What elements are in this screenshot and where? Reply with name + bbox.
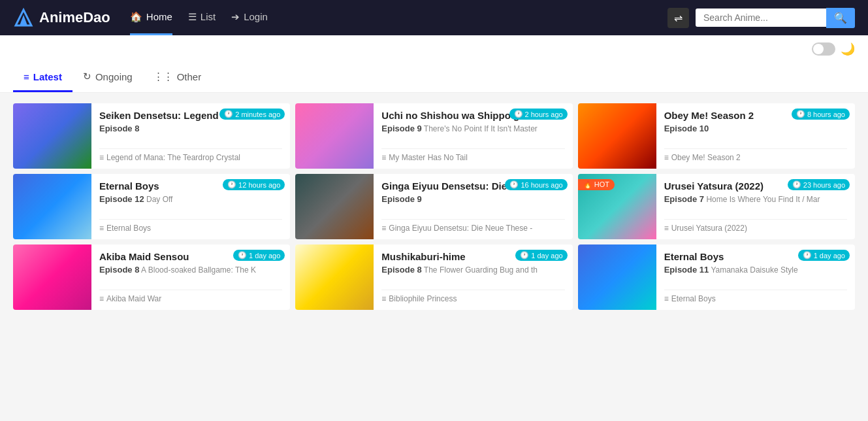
card-series: ≡ Ginga Eiyuu Densetsu: Die Neue These -	[381, 219, 564, 233]
episode-label: Episode 9	[381, 124, 421, 133]
search-button[interactable]: 🔍	[826, 8, 855, 28]
tab-ongoing[interactable]: ↻ Ongoing	[72, 63, 143, 92]
card-thumbnail	[295, 244, 374, 310]
series-name: Eternal Boys	[106, 224, 151, 233]
card-thumbnail	[295, 103, 374, 169]
card-item-8[interactable]: 🕐 1 day ago Mushikaburi-hime Episode 8 T…	[295, 244, 572, 310]
card-series: ≡ My Master Has No Tail	[381, 148, 564, 162]
time-text: 1 day ago	[249, 252, 280, 260]
series-icon: ≡	[381, 224, 386, 233]
time-text: 8 hours ago	[807, 110, 845, 118]
tabs-bar: ≡ Latest ↻ Ongoing ⋮⋮ Other	[0, 63, 868, 93]
series-icon: ≡	[664, 153, 669, 162]
hot-badge: 🔥 HOT	[578, 179, 615, 190]
time-text: 23 hours ago	[803, 181, 845, 189]
card-series: ≡ Bibliophile Princess	[381, 290, 564, 303]
shuffle-button[interactable]: ⇌	[667, 8, 689, 28]
series-name: Akiba Maid War	[106, 294, 161, 303]
time-badge: 🕐 1 day ago	[798, 250, 850, 261]
card-episode: Episode 10	[664, 124, 847, 133]
card-episode-sub: The Flower Guarding Bug and th	[422, 265, 538, 275]
search-input[interactable]	[696, 8, 826, 27]
time-badge: 🕐 1 day ago	[515, 250, 567, 261]
card-thumbnail	[13, 174, 91, 239]
time-text: 12 hours ago	[238, 181, 280, 189]
series-icon: ≡	[381, 294, 386, 303]
time-badge: 🕐 16 hours ago	[505, 179, 567, 190]
series-name: Urusei Yatsura (2022)	[671, 224, 747, 233]
moon-icon: 🌙	[841, 42, 855, 56]
site-logo[interactable]: AnimeDao	[13, 7, 110, 28]
card-item-6[interactable]: 🔥 HOT 🕐 23 hours ago Urusei Yatsura (202…	[578, 174, 855, 239]
series-icon: ≡	[99, 224, 104, 233]
logo-text: AnimeDao	[39, 9, 110, 26]
time-badge: 🕐 23 hours ago	[788, 179, 850, 190]
time-badge: 🕐 2 minutes ago	[219, 109, 285, 120]
card-body: 🕐 1 day ago Akiba Maid Sensou Episode 8 …	[91, 244, 290, 310]
header-right: ⇌ 🔍	[667, 8, 855, 28]
time-text: 2 hours ago	[525, 110, 563, 118]
list-icon: ☰	[188, 11, 197, 23]
series-name: Legend of Mana: The Teardrop Crystal	[106, 153, 240, 162]
card-episode: Episode 8	[99, 124, 282, 133]
card-series: ≡ Eternal Boys	[99, 219, 282, 233]
series-icon: ≡	[381, 153, 386, 162]
time-text: 16 hours ago	[521, 181, 562, 189]
card-thumbnail	[13, 103, 91, 169]
tab-latest[interactable]: ≡ Latest	[13, 63, 72, 92]
card-body: 🕐 1 day ago Mushikaburi-hime Episode 8 T…	[374, 244, 572, 310]
card-thumbnail	[295, 174, 374, 239]
nav-list[interactable]: ☰ List	[188, 1, 216, 35]
logo-icon	[13, 7, 34, 28]
card-thumbnail	[578, 103, 656, 169]
card-item-3[interactable]: 🕐 8 hours ago Obey Me! Season 2 Episode …	[578, 103, 855, 169]
card-thumbnail	[578, 244, 656, 310]
card-body: 🕐 8 hours ago Obey Me! Season 2 Episode …	[656, 103, 855, 169]
clock-icon: 🕐	[796, 110, 805, 118]
card-series: ≡ Legend of Mana: The Teardrop Crystal	[99, 148, 282, 162]
nav-login[interactable]: ➔ Login	[231, 1, 268, 35]
time-text: 1 day ago	[531, 252, 562, 260]
series-name: Obey Me! Season 2	[671, 153, 741, 162]
cards-grid: 🕐 2 minutes ago Seiken Densetsu: Legend …	[13, 103, 855, 310]
episode-label: Episode 12	[99, 194, 144, 204]
episode-label: Episode 9	[381, 194, 421, 204]
clock-icon: 🕐	[227, 180, 236, 189]
episode-label: Episode 11	[664, 265, 709, 275]
episode-label: Episode 8	[381, 265, 421, 275]
card-item-2[interactable]: 🕐 2 hours ago Uchi no Shishou wa Shippo …	[295, 103, 572, 169]
search-container: 🔍	[696, 8, 855, 28]
series-name: Ginga Eiyuu Densetsu: Die Neue These -	[389, 224, 532, 233]
card-item-1[interactable]: 🕐 2 minutes ago Seiken Densetsu: Legend …	[13, 103, 290, 169]
home-icon: 🏠	[130, 11, 142, 23]
card-episode-sub: Home Is Where You Find It / Mar	[704, 195, 820, 204]
card-series: ≡ Akiba Maid War	[99, 290, 282, 303]
clock-icon: 🕐	[792, 180, 801, 189]
series-icon: ≡	[664, 224, 669, 233]
card-item-4[interactable]: 🕐 12 hours ago Eternal Boys Episode 12 D…	[13, 174, 290, 239]
ongoing-icon: ↻	[83, 71, 91, 82]
tab-other[interactable]: ⋮⋮ Other	[143, 63, 212, 92]
toggle-knob	[813, 44, 824, 54]
card-episode: Episode 7 Home Is Where You Find It / Ma…	[664, 194, 847, 204]
card-item-9[interactable]: 🕐 1 day ago Eternal Boys Episode 11 Yama…	[578, 244, 855, 310]
clock-icon: 🕐	[238, 251, 247, 260]
episode-label: Episode 8	[99, 124, 139, 133]
time-badge: 🕐 8 hours ago	[792, 109, 850, 120]
card-episode: Episode 8 A Blood-soaked Ballgame: The K	[99, 265, 282, 275]
series-name: My Master Has No Tail	[389, 153, 467, 162]
card-episode-sub: Day Off	[144, 195, 173, 204]
main-nav: 🏠 Home ☰ List ➔ Login	[130, 1, 648, 35]
episode-label: Episode 10	[664, 124, 709, 133]
dark-mode-toggle[interactable]	[812, 42, 835, 56]
nav-home[interactable]: 🏠 Home	[130, 1, 172, 35]
card-body: 🕐 2 minutes ago Seiken Densetsu: Legend …	[91, 103, 290, 169]
card-body: 🕐 12 hours ago Eternal Boys Episode 12 D…	[91, 174, 290, 239]
clock-icon: 🕐	[509, 180, 519, 189]
card-body: 🕐 23 hours ago Urusei Yatsura (2022) Epi…	[656, 174, 855, 239]
card-episode: Episode 9 There's No Point If It Isn't M…	[381, 124, 564, 133]
card-series: ≡ Eternal Boys	[664, 290, 847, 303]
card-item-7[interactable]: 🕐 1 day ago Akiba Maid Sensou Episode 8 …	[13, 244, 290, 310]
card-episode: Episode 9	[381, 194, 564, 204]
card-item-5[interactable]: 🕐 16 hours ago Ginga Eiyuu Densetsu: Die…	[295, 174, 572, 239]
